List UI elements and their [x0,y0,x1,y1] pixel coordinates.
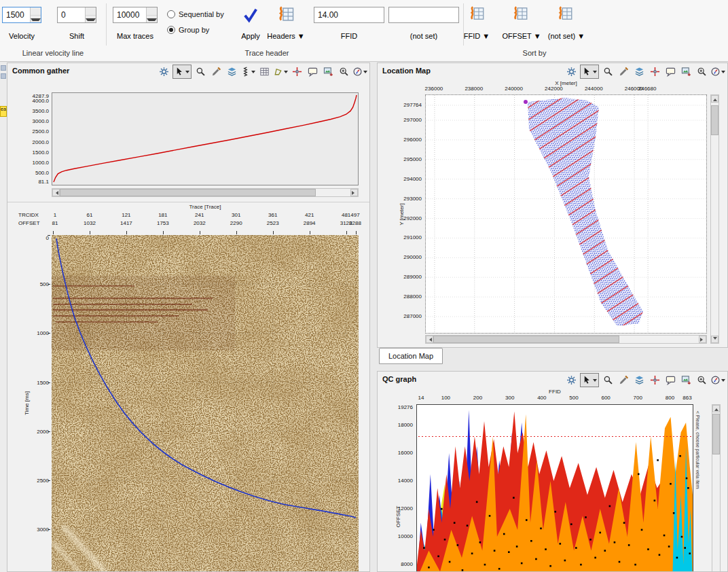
table-icon[interactable] [257,65,271,78]
seismic-gather-view[interactable] [52,235,359,572]
picker-icon[interactable] [617,374,630,387]
gear-icon[interactable] [564,374,578,387]
export-image-icon[interactable] [679,65,693,78]
velocity-chart-hscrollbar[interactable] [52,188,359,197]
radio-group-by[interactable]: Group by [167,26,209,34]
zoom-region-icon[interactable] [695,65,708,78]
strip-highlight-marker[interactable]: ea [0,106,7,117]
ruler-tick [200,231,200,234]
ffid-field[interactable]: 14.00 [314,7,384,23]
magnifier-icon[interactable] [601,65,615,78]
velocity-input[interactable]: 1500 [2,7,41,23]
wiggle-icon[interactable] [240,65,255,78]
gear-icon[interactable] [564,65,578,78]
layers-icon[interactable] [632,374,646,387]
sort-not-set-button[interactable] [557,5,573,23]
compass-icon[interactable] [710,65,725,78]
scrollbar-thumb[interactable] [433,336,619,343]
qc-x-axis-title: FFID [416,389,693,395]
map-x-tick-label: 242000 [545,86,563,92]
scrollbar-track[interactable] [433,336,699,343]
crosshair-icon[interactable] [290,65,304,78]
spin-down-icon[interactable] [147,18,157,21]
radio-sequential-by[interactable]: Sequential by [167,10,224,18]
zoom-region-icon[interactable] [337,65,350,78]
not-set-field[interactable] [388,7,459,23]
qc-graph-plot[interactable] [416,404,693,572]
trcidx-value: 61 [86,212,92,218]
velocity-axis-labels: 4287.94000.03500.03000.02500.02000.01500… [7,92,50,185]
max-traces-input[interactable]: 10000 [113,7,158,23]
scrollbar-thumb[interactable] [712,414,720,454]
location-map-vscrollbar[interactable] [710,94,719,344]
shift-spinner-buttons[interactable] [85,7,96,22]
magnifier-icon[interactable] [194,65,207,78]
offset-value: 81 [52,220,58,226]
picker-icon[interactable] [617,65,630,78]
export-image-icon[interactable] [321,65,335,78]
scrollbar-thumb[interactable] [60,189,316,196]
scroll-down-button[interactable] [711,336,718,343]
shift-input[interactable]: 0 [57,7,96,23]
cursor-select-icon[interactable] [580,65,599,79]
tab-location-map[interactable]: Location Map [379,348,443,364]
comment-icon[interactable] [306,65,319,78]
cursor-select-icon[interactable] [172,65,192,79]
map-y-tick-label: 296000 [403,136,422,142]
spin-up-icon[interactable] [31,9,41,11]
max-traces-value[interactable]: 10000 [113,7,146,22]
headers-button[interactable] [277,5,295,24]
layers-icon[interactable] [632,65,646,78]
scroll-right-button[interactable] [699,336,706,343]
sort-offset-button[interactable] [512,5,528,23]
velocity-tick-label: 2000.0 [33,139,49,145]
shift-value[interactable]: 0 [58,7,85,22]
offset-value: 2523 [267,220,279,226]
scrollbar-track[interactable] [712,412,720,572]
spin-down-icon[interactable] [86,18,96,21]
velocity-spinner-buttons[interactable] [30,7,41,22]
scroll-left-button[interactable] [52,189,60,196]
strip-icon[interactable] [1,65,6,71]
layers-icon[interactable] [225,65,238,78]
scrollbar-track[interactable] [711,103,718,336]
crosshair-icon[interactable] [648,374,661,387]
compass-icon[interactable] [710,374,725,387]
location-map-plot[interactable] [425,94,707,334]
scroll-right-button[interactable] [350,189,358,196]
strip-icon[interactable] [1,73,6,79]
qc-y-tick-label: 14000 [398,478,413,484]
comment-icon[interactable] [663,65,677,78]
zoom-region-icon[interactable] [695,374,708,387]
shift-label: Shift [57,32,96,40]
spin-up-icon[interactable] [86,9,96,11]
radio-circle-icon[interactable] [167,10,175,18]
comment-icon[interactable] [663,374,677,387]
crosshair-icon[interactable] [648,65,661,78]
velocity-value[interactable]: 1500 [3,7,30,22]
spin-down-icon[interactable] [31,18,41,21]
apply-button[interactable] [242,7,259,24]
polygon-icon[interactable] [273,65,288,78]
max-traces-spinner-buttons[interactable] [146,7,157,22]
offset-row-label: OFFSET [18,220,40,226]
scroll-left-button[interactable] [426,336,433,343]
sort-ffid-button[interactable] [469,5,485,23]
trcidx-value: 421 [305,212,314,218]
gear-icon[interactable] [157,65,170,78]
qc-graph-vscrollbar[interactable] [712,404,721,572]
survey-coverage-shape [524,98,643,326]
scrollbar-thumb[interactable] [711,105,718,135]
velocity-curve-chart[interactable] [52,92,359,185]
location-map-hscrollbar[interactable] [425,335,707,344]
cursor-select-icon[interactable] [580,373,599,387]
scroll-up-button[interactable] [712,405,720,412]
export-image-icon[interactable] [679,374,693,387]
scroll-up-button[interactable] [711,95,718,103]
compass-icon[interactable] [352,65,367,78]
magnifier-icon[interactable] [601,374,615,387]
picker-icon[interactable] [209,65,223,78]
spin-up-icon[interactable] [147,9,157,11]
radio-circle-icon[interactable] [167,26,175,34]
scrollbar-track[interactable] [60,189,350,196]
